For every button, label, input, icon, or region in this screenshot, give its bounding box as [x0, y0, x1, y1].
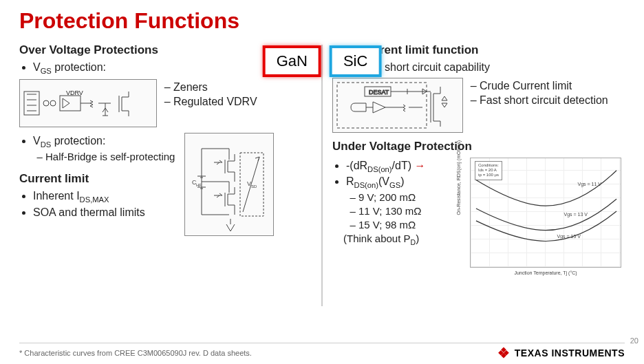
zeners-item: Zeners — [173, 81, 257, 94]
page-title: Protection Functions — [19, 8, 625, 34]
sic-badge: SiC — [330, 45, 381, 77]
think-pd-note: (Think about PD) — [343, 233, 463, 246]
uv-heading: Under Voltage Protection — [332, 140, 625, 153]
fast-short-detect: Fast short circuit detection — [480, 94, 608, 107]
crude-current-limit: Crude Current limit — [480, 80, 608, 92]
regulated-vdrv-item: Regulated VDRV — [173, 96, 257, 108]
ti-logo: ❖ Texas Instruments — [497, 346, 625, 360]
chart-y-axis-label: On-Resistance, RDS(on) (mOhms) — [456, 140, 461, 215]
desat-label: DESAT — [369, 89, 389, 96]
column-divider — [321, 45, 323, 306]
svg-text:HF: HF — [196, 183, 202, 187]
vgs-circuit-diagram — [19, 79, 157, 127]
chart-series-label-2: Vgs = 13 V — [564, 212, 588, 217]
uv-9v-row: 9 V; 200 mΩ — [358, 191, 463, 203]
chart-series-label-1: Vgs = 11 V — [578, 182, 601, 186]
uv-11v-row: 11 V; 130 mΩ — [358, 205, 463, 217]
half-bridge-diagram: CHF VSD — [184, 133, 274, 236]
right-column: Fast Current limit function Limited shor… — [332, 41, 625, 306]
uv-15v-row: 15 V; 98 mΩ — [358, 219, 463, 231]
left-column: Over Voltage Protections VGS protection: — [19, 41, 312, 306]
ti-mark-icon: ❖ — [497, 346, 511, 360]
vds-protection-item: VDS protection: Half-Bridge is self-prot… — [33, 135, 175, 162]
soa-thermal-item: SOA and thermal limits — [33, 206, 175, 219]
ti-logo-text: Texas Instruments — [515, 347, 625, 358]
half-bridge-note: Half-Bridge is self-protecting — [45, 151, 175, 162]
svg-point-1 — [43, 100, 49, 106]
rdson-vgs-item: RDS(on)(VGS) 9 V; 200 mΩ 11 V; 130 mΩ 15… — [346, 175, 463, 246]
chart-series-label-3: Vgs = 15 V — [557, 234, 581, 239]
chart-x-axis-label: Junction Temperature, Tj (°C) — [514, 270, 577, 275]
svg-text:SD: SD — [251, 184, 257, 189]
desat-circuit-diagram: DESAT — [332, 78, 463, 133]
svg-rect-0 — [24, 92, 39, 115]
page-number: 20 — [630, 336, 638, 345]
gan-badge: GaN — [263, 45, 321, 77]
right-arrow-icon: → — [414, 160, 425, 171]
inherent-ids-item: Inherent IDS,MAX — [33, 190, 175, 204]
fcl-limited-item: Limited short circuit capability — [346, 61, 625, 74]
material-badges: GaN SiC — [263, 45, 382, 77]
rdson-vs-temp-chart: Conditions: Ids = 20 A tp = 100 µs Vgs =… — [470, 158, 621, 268]
svg-point-2 — [50, 100, 56, 106]
footer-bar: * Characteristic curves from CREE C3M006… — [19, 343, 625, 360]
drdson-dt-item: -(dRDS(on)/dT) → — [346, 160, 463, 173]
vdrv-label: VDRV — [66, 89, 83, 96]
footnote: * Characteristic curves from CREE C3M006… — [19, 349, 252, 357]
current-limit-heading: Current limit — [19, 172, 175, 186]
